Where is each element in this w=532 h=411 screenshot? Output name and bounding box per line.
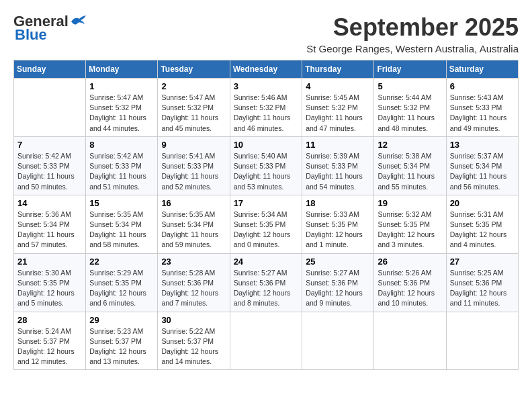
- day-number: 17: [234, 198, 299, 208]
- day-number: 9: [161, 140, 226, 150]
- calendar-cell: 29Sunrise: 5:23 AMSunset: 5:37 PMDayligh…: [86, 312, 158, 370]
- header-tuesday: Tuesday: [158, 60, 230, 79]
- calendar-cell: 1Sunrise: 5:47 AMSunset: 5:32 PMDaylight…: [86, 79, 158, 137]
- day-number: 29: [89, 315, 154, 325]
- calendar-cell: 25Sunrise: 5:27 AMSunset: 5:36 PMDayligh…: [302, 253, 374, 312]
- calendar-cell: [446, 312, 518, 370]
- day-number: 8: [89, 140, 154, 150]
- day-info: Sunrise: 5:25 AMSunset: 5:36 PMDaylight:…: [450, 268, 515, 309]
- day-info: Sunrise: 5:23 AMSunset: 5:37 PMDaylight:…: [89, 326, 154, 367]
- logo-blue: Blue: [13, 27, 47, 43]
- header-wednesday: Wednesday: [230, 60, 302, 79]
- day-info: Sunrise: 5:35 AMSunset: 5:34 PMDaylight:…: [89, 210, 154, 250]
- calendar-cell: 20Sunrise: 5:31 AMSunset: 5:35 PMDayligh…: [446, 195, 518, 253]
- day-number: 20: [450, 198, 515, 208]
- day-number: 26: [378, 257, 442, 267]
- header-thursday: Thursday: [302, 60, 374, 79]
- calendar-cell: 28Sunrise: 5:24 AMSunset: 5:37 PMDayligh…: [14, 312, 86, 370]
- day-info: Sunrise: 5:41 AMSunset: 5:33 PMDaylight:…: [161, 151, 226, 192]
- day-info: Sunrise: 5:42 AMSunset: 5:33 PMDaylight:…: [89, 151, 154, 192]
- day-info: Sunrise: 5:27 AMSunset: 5:36 PMDaylight:…: [306, 268, 370, 309]
- day-number: 27: [450, 257, 515, 267]
- day-number: 2: [161, 81, 226, 91]
- calendar-cell: [14, 79, 86, 137]
- calendar-cell: 2Sunrise: 5:47 AMSunset: 5:32 PMDaylight…: [158, 79, 230, 137]
- calendar-cell: [230, 312, 302, 370]
- day-info: Sunrise: 5:36 AMSunset: 5:34 PMDaylight:…: [17, 210, 82, 250]
- calendar-cell: [302, 312, 374, 370]
- day-number: 19: [378, 198, 442, 208]
- calendar-cell: 5Sunrise: 5:44 AMSunset: 5:32 PMDaylight…: [374, 79, 446, 137]
- calendar-cell: 26Sunrise: 5:26 AMSunset: 5:36 PMDayligh…: [374, 253, 446, 312]
- day-number: 25: [306, 257, 370, 267]
- day-info: Sunrise: 5:33 AMSunset: 5:35 PMDaylight:…: [306, 210, 370, 250]
- page-header: General Blue September 2025 St George Ra…: [13, 13, 519, 54]
- calendar-cell: 15Sunrise: 5:35 AMSunset: 5:34 PMDayligh…: [86, 195, 158, 253]
- header-saturday: Saturday: [446, 60, 518, 79]
- day-info: Sunrise: 5:29 AMSunset: 5:35 PMDaylight:…: [89, 268, 154, 309]
- day-number: 16: [161, 198, 226, 208]
- calendar-cell: 13Sunrise: 5:37 AMSunset: 5:34 PMDayligh…: [446, 136, 518, 195]
- day-info: Sunrise: 5:28 AMSunset: 5:36 PMDaylight:…: [161, 268, 226, 309]
- calendar-cell: 7Sunrise: 5:42 AMSunset: 5:33 PMDaylight…: [14, 136, 86, 195]
- logo: General Blue: [13, 13, 87, 43]
- calendar-cell: 24Sunrise: 5:27 AMSunset: 5:36 PMDayligh…: [230, 253, 302, 312]
- day-info: Sunrise: 5:38 AMSunset: 5:34 PMDaylight:…: [378, 151, 442, 192]
- calendar-cell: 6Sunrise: 5:43 AMSunset: 5:33 PMDaylight…: [446, 79, 518, 137]
- day-number: 11: [306, 140, 370, 150]
- day-info: Sunrise: 5:47 AMSunset: 5:32 PMDaylight:…: [161, 93, 226, 134]
- logo-bird-icon: [70, 15, 87, 28]
- calendar-cell: 18Sunrise: 5:33 AMSunset: 5:35 PMDayligh…: [302, 195, 374, 253]
- day-number: 3: [234, 81, 299, 91]
- day-info: Sunrise: 5:31 AMSunset: 5:35 PMDaylight:…: [450, 210, 515, 250]
- calendar-week-row: 21Sunrise: 5:30 AMSunset: 5:35 PMDayligh…: [14, 253, 519, 312]
- day-number: 15: [89, 198, 154, 208]
- day-info: Sunrise: 5:40 AMSunset: 5:33 PMDaylight:…: [234, 151, 299, 192]
- day-info: Sunrise: 5:24 AMSunset: 5:37 PMDaylight:…: [17, 326, 82, 367]
- calendar-week-row: 7Sunrise: 5:42 AMSunset: 5:33 PMDaylight…: [14, 136, 519, 195]
- title-block: September 2025 St George Ranges, Western…: [306, 13, 519, 54]
- month-title: September 2025: [306, 13, 519, 42]
- calendar-week-row: 28Sunrise: 5:24 AMSunset: 5:37 PMDayligh…: [14, 312, 519, 370]
- day-number: 1: [89, 81, 154, 91]
- day-info: Sunrise: 5:47 AMSunset: 5:32 PMDaylight:…: [89, 93, 154, 134]
- day-info: Sunrise: 5:27 AMSunset: 5:36 PMDaylight:…: [234, 268, 299, 309]
- day-number: 28: [17, 315, 82, 325]
- calendar-cell: 12Sunrise: 5:38 AMSunset: 5:34 PMDayligh…: [374, 136, 446, 195]
- day-number: 10: [234, 140, 299, 150]
- day-number: 5: [378, 81, 442, 91]
- calendar-cell: 16Sunrise: 5:35 AMSunset: 5:34 PMDayligh…: [158, 195, 230, 253]
- day-number: 12: [378, 140, 442, 150]
- calendar-cell: 22Sunrise: 5:29 AMSunset: 5:35 PMDayligh…: [86, 253, 158, 312]
- calendar-cell: 27Sunrise: 5:25 AMSunset: 5:36 PMDayligh…: [446, 253, 518, 312]
- day-info: Sunrise: 5:46 AMSunset: 5:32 PMDaylight:…: [234, 93, 299, 134]
- day-number: 13: [450, 140, 515, 150]
- day-number: 4: [306, 81, 370, 91]
- day-number: 14: [17, 198, 82, 208]
- calendar-cell: 9Sunrise: 5:41 AMSunset: 5:33 PMDaylight…: [158, 136, 230, 195]
- day-number: 30: [161, 315, 226, 325]
- day-info: Sunrise: 5:34 AMSunset: 5:35 PMDaylight:…: [234, 210, 299, 250]
- day-number: 18: [306, 198, 370, 208]
- calendar-cell: 21Sunrise: 5:30 AMSunset: 5:35 PMDayligh…: [14, 253, 86, 312]
- calendar-cell: 17Sunrise: 5:34 AMSunset: 5:35 PMDayligh…: [230, 195, 302, 253]
- day-info: Sunrise: 5:37 AMSunset: 5:34 PMDaylight:…: [450, 151, 515, 192]
- day-info: Sunrise: 5:44 AMSunset: 5:32 PMDaylight:…: [378, 93, 442, 134]
- day-info: Sunrise: 5:43 AMSunset: 5:33 PMDaylight:…: [450, 93, 515, 134]
- calendar-cell: 4Sunrise: 5:45 AMSunset: 5:32 PMDaylight…: [302, 79, 374, 137]
- calendar-week-row: 1Sunrise: 5:47 AMSunset: 5:32 PMDaylight…: [14, 79, 519, 137]
- day-number: 22: [89, 257, 154, 267]
- day-number: 23: [161, 257, 226, 267]
- calendar-cell: 23Sunrise: 5:28 AMSunset: 5:36 PMDayligh…: [158, 253, 230, 312]
- calendar-cell: [374, 312, 446, 370]
- header-sunday: Sunday: [14, 60, 86, 79]
- calendar-cell: 10Sunrise: 5:40 AMSunset: 5:33 PMDayligh…: [230, 136, 302, 195]
- calendar-header-row: SundayMondayTuesdayWednesdayThursdayFrid…: [14, 60, 519, 79]
- location-title: St George Ranges, Western Australia, Aus…: [306, 43, 519, 54]
- day-info: Sunrise: 5:45 AMSunset: 5:32 PMDaylight:…: [306, 93, 370, 134]
- day-info: Sunrise: 5:30 AMSunset: 5:35 PMDaylight:…: [17, 268, 82, 309]
- day-info: Sunrise: 5:39 AMSunset: 5:33 PMDaylight:…: [306, 151, 370, 192]
- header-monday: Monday: [86, 60, 158, 79]
- calendar-cell: 14Sunrise: 5:36 AMSunset: 5:34 PMDayligh…: [14, 195, 86, 253]
- day-number: 24: [234, 257, 299, 267]
